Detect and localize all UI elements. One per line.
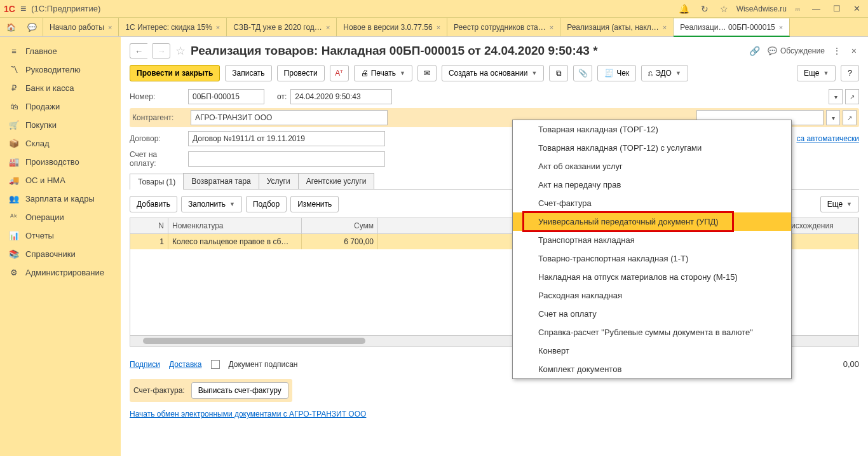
close-icon[interactable]: ×	[779, 24, 783, 31]
close-icon[interactable]: ×	[437, 24, 440, 31]
close-button[interactable]: ✕	[850, 4, 864, 13]
tab[interactable]: Реестр сотрудников ста…×	[447, 18, 560, 36]
print-menu-item[interactable]: Акт об оказании услуг	[513, 157, 791, 176]
auto-link[interactable]: са автоматически	[796, 134, 859, 143]
sidebar-item[interactable]: 📚Справочники	[0, 245, 121, 263]
post-button[interactable]: Провести	[277, 65, 325, 81]
delivery-link[interactable]: Доставка	[169, 360, 202, 369]
sidebar-item[interactable]: 📦Склад	[0, 134, 121, 153]
col-n[interactable]: N	[130, 218, 168, 233]
sidebar-item[interactable]: ᴬᵏОперации	[0, 208, 121, 226]
receipt-button[interactable]: 🧾Чек	[597, 65, 636, 81]
forward-button[interactable]: →	[153, 43, 170, 59]
tab-returnable[interactable]: Возвратная тара	[183, 173, 259, 189]
edi-link[interactable]: Начать обмен электронными документами с …	[130, 410, 859, 418]
create-based-button[interactable]: Создать на основании▼	[442, 65, 544, 81]
site-link[interactable]: WiseAdwise.ru	[736, 4, 787, 13]
help-button[interactable]: ?	[841, 65, 859, 81]
print-menu-item[interactable]: Товарная накладная (ТОРГ-12) с услугами	[513, 139, 791, 157]
dt-kt-button[interactable]: Аᵀ	[330, 65, 349, 81]
col-sum[interactable]: Сумм	[302, 218, 378, 233]
col-nom[interactable]: Номенклатура	[168, 218, 302, 233]
print-menu-item[interactable]: Счет на оплату	[513, 305, 791, 323]
favorite-icon[interactable]: ☆	[175, 44, 186, 58]
sidebar-item[interactable]: 🏭Производство	[0, 153, 121, 171]
print-menu-item[interactable]: Справка-расчет "Рублевые суммы документа…	[513, 323, 791, 342]
tab[interactable]: СЗВ-ТД уже в 2020 год…×	[227, 18, 337, 36]
tab[interactable]: 1С Интерес: скидка 15%×	[119, 18, 227, 36]
maximize-button[interactable]: ☐	[829, 4, 844, 13]
open-icon[interactable]: ↗	[843, 110, 857, 125]
link-icon[interactable]: 🔗	[747, 46, 763, 56]
more-icon[interactable]: ⋮	[830, 46, 844, 56]
dropdown-icon[interactable]: ▾	[829, 89, 843, 104]
star-icon[interactable]: ☆	[717, 4, 731, 14]
post-close-button[interactable]: Провести и закрыть	[130, 65, 220, 81]
invoice-field[interactable]	[188, 151, 385, 167]
create-invoice-button[interactable]: Выписать счет-фактуру	[191, 382, 288, 399]
copy-button[interactable]: ⧉	[549, 65, 568, 81]
tab[interactable]: Реализация (акты, накл…×	[560, 18, 674, 36]
sidebar-item[interactable]: ₽Банк и касса	[0, 79, 121, 97]
close-icon[interactable]: ×	[216, 24, 220, 31]
print-menu-item[interactable]: Транспортная накладная	[513, 231, 791, 249]
sidebar-item[interactable]: 〽Руководителю	[0, 60, 121, 79]
date-field[interactable]: 24.04.2020 9:50:43	[290, 89, 392, 104]
home-tab[interactable]: 🏠	[0, 18, 22, 36]
write-button[interactable]: Записать	[225, 65, 271, 81]
tab-goods[interactable]: Товары (1)	[130, 174, 184, 190]
attach-button[interactable]: 📎	[573, 65, 592, 81]
tab[interactable]: Новое в версии 3.0.77.56×	[337, 18, 447, 36]
print-menu-item[interactable]: Товарно-транспортная накладная (1-Т)	[513, 249, 791, 268]
edo-button[interactable]: ⎌ЭДО▼	[641, 65, 688, 81]
truck-icon: 🚚	[9, 176, 19, 185]
dropdown-icon[interactable]: ▾	[826, 110, 840, 125]
close-icon[interactable]: ×	[108, 24, 112, 31]
tab-active[interactable]: Реализаци… 00БП-000015×	[674, 18, 790, 37]
sidebar-item[interactable]: ≡Главное	[0, 42, 121, 60]
sidebar-item[interactable]: 🛍Продажи	[0, 97, 121, 116]
signed-checkbox[interactable]	[211, 360, 220, 369]
bell-icon[interactable]: 🔔	[675, 4, 693, 14]
open-icon[interactable]: ↗	[845, 89, 859, 104]
pick-button[interactable]: Подбор	[246, 196, 287, 212]
mail-button[interactable]: ✉	[417, 65, 437, 81]
print-menu-item[interactable]: Конверт	[513, 342, 791, 360]
print-menu-item[interactable]: Расходная накладная	[513, 286, 791, 305]
print-menu-item[interactable]: Товарная накладная (ТОРГ-12)	[513, 120, 791, 139]
close-panel-icon[interactable]: ×	[849, 46, 859, 56]
more-button[interactable]: Еще▼	[797, 65, 836, 81]
more-button[interactable]: Еще▼	[820, 196, 859, 212]
print-menu-item-upd[interactable]: Универсальный передаточный документ (УПД…	[513, 212, 791, 231]
history-icon[interactable]: ↻	[698, 4, 712, 14]
print-menu-item[interactable]: Комплект документов	[513, 360, 791, 378]
signatures-link[interactable]: Подписи	[130, 360, 160, 369]
sidebar-item[interactable]: 🚚ОС и НМА	[0, 171, 121, 190]
add-button[interactable]: Добавить	[130, 196, 177, 212]
sidebar-item[interactable]: 📊Отчеты	[0, 226, 121, 245]
sidebar-item[interactable]: 👥Зарплата и кадры	[0, 190, 121, 208]
back-button[interactable]: ←	[130, 43, 147, 59]
print-menu-item[interactable]: Накладная на отпуск материалов на сторон…	[513, 268, 791, 286]
number-field[interactable]: 00БП-000015	[188, 89, 264, 104]
close-icon[interactable]: ×	[326, 24, 330, 31]
tab-services[interactable]: Услуги	[259, 173, 299, 189]
edit-button[interactable]: Изменить	[290, 196, 339, 212]
menu-icon[interactable]: ≡	[20, 3, 26, 15]
chat-tab[interactable]: 💬	[22, 18, 43, 36]
counterparty-field[interactable]: АГРО-ТРАНЗИТ ООО	[191, 110, 388, 125]
discuss-button[interactable]: 💬Обсуждение	[768, 46, 825, 55]
settings-icon[interactable]: ⎓	[792, 4, 803, 14]
tab-agent[interactable]: Агентские услуги	[298, 173, 375, 189]
close-icon[interactable]: ×	[550, 24, 553, 31]
print-menu-item[interactable]: Акт на передачу прав	[513, 176, 791, 194]
sidebar-item[interactable]: 🛒Покупки	[0, 116, 121, 134]
minimize-button[interactable]: —	[808, 4, 824, 13]
tab[interactable]: Начало работы×	[43, 18, 119, 36]
close-icon[interactable]: ×	[663, 24, 667, 31]
sidebar-item[interactable]: ⚙Администрирование	[0, 263, 121, 282]
fill-button[interactable]: Заполнить▼	[181, 196, 242, 212]
print-menu-item[interactable]: Счет-фактура	[513, 194, 791, 212]
contract-field[interactable]: Договор №1911/1 от 19.11.2019	[188, 131, 385, 146]
print-button[interactable]: 🖨Печать▼	[354, 65, 412, 81]
